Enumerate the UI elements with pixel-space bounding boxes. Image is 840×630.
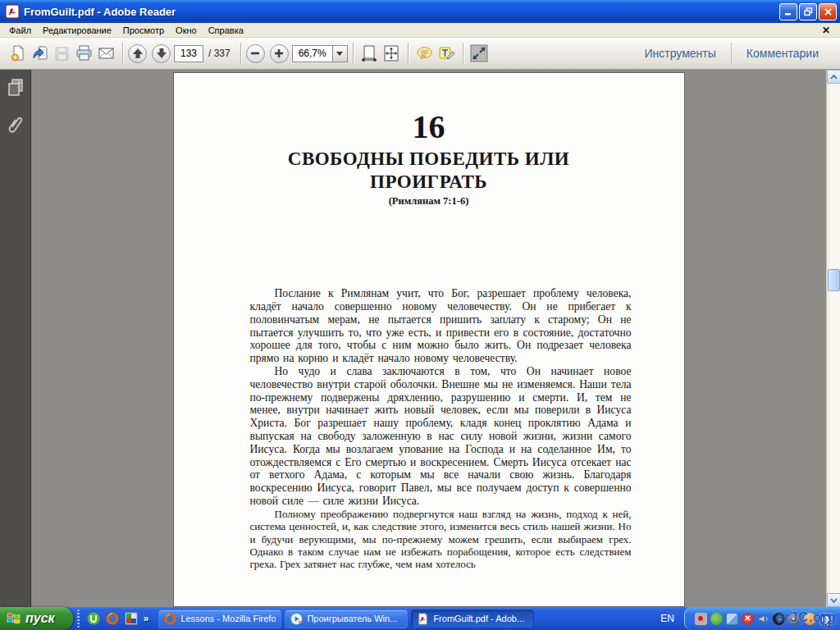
document-pane[interactable]: 16 СВОБОДНЫ ПОБЕДИТЬ ИЛИ ПРОИГРАТЬ (Римл… xyxy=(31,70,826,607)
email-icon[interactable] xyxy=(95,43,117,65)
task-firefox[interactable]: Lessons - Mozilla Firefox xyxy=(158,609,281,628)
adobe-reader-window: FromGuilt.pdf - Adobe Reader Файл Редакт… xyxy=(0,0,840,630)
start-button[interactable]: пуск xyxy=(0,607,73,630)
toolbar-panels: Инструменты Комментарии xyxy=(630,38,833,69)
fullscreen-icon[interactable] xyxy=(468,43,491,65)
task-label: Проигрыватель Win... xyxy=(307,614,397,623)
quick-launch-handle[interactable] xyxy=(77,609,80,628)
language-indicator[interactable]: EN xyxy=(651,613,684,624)
firefox-icon[interactable] xyxy=(106,612,120,626)
save-icon[interactable] xyxy=(51,43,73,65)
toolbar-separator xyxy=(240,43,241,64)
menu-file[interactable]: Файл xyxy=(3,25,37,36)
task-buttons: Lessons - Mozilla Firefox Проигрыватель … xyxy=(158,609,534,628)
error-tray-icon[interactable]: ✕ xyxy=(742,613,754,625)
menu-edit[interactable]: Редактирование xyxy=(37,25,117,36)
start-label: пуск xyxy=(25,611,55,626)
menu-view[interactable]: Просмотр xyxy=(117,25,170,36)
quick-launch: » xyxy=(84,612,153,626)
taskbar: пуск » Lessons - Mozilla Firefox xyxy=(0,607,840,630)
page-thumbnails-icon[interactable] xyxy=(6,78,25,98)
pdf-file-icon xyxy=(417,613,429,625)
zoom-level-value[interactable]: 66,7% xyxy=(292,45,333,62)
fit-page-icon[interactable] xyxy=(381,43,403,65)
body-text: Послание к Римлянам учит, что Бог, разре… xyxy=(250,287,632,571)
window-title: FromGuilt.pdf - Adobe Reader xyxy=(24,6,779,18)
sticky-note-icon[interactable] xyxy=(413,43,436,65)
chapter-subtitle: (Римлянам 7:1-6) xyxy=(174,195,684,208)
menu-help[interactable]: Справка xyxy=(203,25,249,36)
menu-window[interactable]: Окно xyxy=(170,25,203,36)
highlight-text-icon[interactable] xyxy=(436,43,458,65)
attachments-icon[interactable] xyxy=(6,116,25,135)
chevron-down-icon xyxy=(336,52,343,56)
print-icon[interactable] xyxy=(73,43,95,65)
volume-tray-icon[interactable] xyxy=(757,613,769,625)
window-controls xyxy=(779,3,837,21)
task-media-player[interactable]: Проигрыватель Win... xyxy=(285,609,408,628)
toolbar-separator xyxy=(408,43,409,64)
zoom-dropdown-button[interactable] xyxy=(333,45,348,62)
document-close-icon[interactable]: ✕ xyxy=(815,25,837,36)
toolbar: / 337 66,7% Инструменты xyxy=(0,38,840,70)
vertical-scrollbar[interactable] xyxy=(826,70,840,607)
utorrent-tray-icon[interactable] xyxy=(710,613,723,625)
paragraph: Послание к Римлянам учит, что Бог, разре… xyxy=(250,287,632,365)
media-player-icon xyxy=(290,613,303,625)
scroll-down-button[interactable] xyxy=(827,593,840,607)
scrollbar-thumb[interactable] xyxy=(828,269,840,291)
quick-launch-overflow[interactable]: » xyxy=(144,613,149,624)
paragraph: Полному преображению подвергнутся наш вз… xyxy=(250,508,632,571)
watermark-number: 61 xyxy=(822,619,832,629)
main-area: 16 СВОБОДНЫ ПОБЕДИТЬ ИЛИ ПРОИГРАТЬ (Римл… xyxy=(0,70,840,607)
adobe-reader-icon xyxy=(5,4,20,19)
previous-page-button[interactable] xyxy=(128,44,147,63)
windows-logo-icon xyxy=(7,610,21,628)
chapter-number: 16 xyxy=(174,107,684,146)
comments-button[interactable]: Комментарии xyxy=(732,47,833,60)
create-pdf-icon[interactable] xyxy=(7,43,29,65)
close-button[interactable] xyxy=(819,3,837,21)
paragraph: Но чудо и слава заключаются в том, что О… xyxy=(250,365,632,508)
toolbar-separator xyxy=(353,43,354,64)
title-bar: FromGuilt.pdf - Adobe Reader xyxy=(0,0,840,23)
image-viewer-icon[interactable] xyxy=(125,612,139,626)
pdf-page: 16 СВОБОДНЫ ПОБЕДИТЬ ИЛИ ПРОИГРАТЬ (Римл… xyxy=(173,72,685,607)
task-adobe-reader[interactable]: FromGuilt.pdf - Adob... xyxy=(411,609,534,628)
network-tray-icon[interactable] xyxy=(726,613,738,625)
toolbar-separator xyxy=(463,43,463,64)
restore-button[interactable] xyxy=(799,3,817,21)
toolbar-separator xyxy=(122,43,123,64)
task-label: FromGuilt.pdf - Adob... xyxy=(433,614,524,623)
zoom-in-button[interactable] xyxy=(270,44,289,63)
system-tray: ✕ erJC.org 61 xyxy=(684,607,840,630)
chapter-title-line2: ПРОИГРАТЬ xyxy=(370,171,487,192)
task-label: Lessons - Mozilla Firefox xyxy=(180,614,276,623)
menu-bar: Файл Редактирование Просмотр Окно Справк… xyxy=(0,23,840,38)
page-total-label: / 337 xyxy=(208,48,231,59)
chapter-title: СВОБОДНЫ ПОБЕДИТЬ ИЛИ ПРОИГРАТЬ xyxy=(174,148,684,193)
utorrent-icon[interactable] xyxy=(87,612,101,626)
scroll-up-button[interactable] xyxy=(827,70,840,84)
open-file-icon[interactable] xyxy=(29,43,51,65)
camera-tray-icon[interactable] xyxy=(695,613,707,625)
minimize-button[interactable] xyxy=(779,3,797,21)
tools-button[interactable]: Инструменты xyxy=(630,47,731,60)
fit-width-icon[interactable] xyxy=(358,43,381,65)
navigation-panel xyxy=(0,70,31,607)
firefox-icon xyxy=(164,613,176,625)
chapter-title-line1: СВОБОДНЫ ПОБЕДИТЬ ИЛИ xyxy=(288,148,569,169)
next-page-button[interactable] xyxy=(152,44,171,63)
zoom-out-button[interactable] xyxy=(246,44,265,63)
page-number-input[interactable] xyxy=(174,45,203,62)
